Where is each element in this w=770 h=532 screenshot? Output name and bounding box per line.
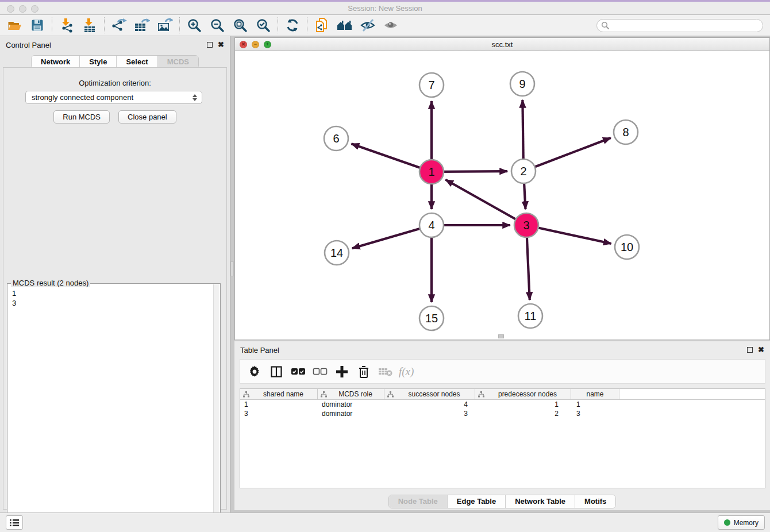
- column-label: predecessor nodes: [484, 390, 571, 398]
- houses-icon: [336, 18, 353, 32]
- mcds-result-box: MCDS result (2 nodes) 1 3: [7, 283, 221, 532]
- table-header-row: shared nameMCDS rolesuccessor nodesprede…: [240, 389, 765, 400]
- show-all-button[interactable]: [379, 17, 402, 34]
- criterion-dropdown[interactable]: strongly connected component: [25, 91, 202, 104]
- svg-text:11: 11: [525, 310, 537, 322]
- columns-icon: [270, 365, 283, 379]
- run-mcds-button[interactable]: Run MCDS: [53, 110, 110, 124]
- close-table-panel-icon[interactable]: ✖: [758, 347, 764, 353]
- graph-node-8[interactable]: 8: [614, 120, 638, 144]
- network-window-titlebar[interactable]: ✕ − + scc.txt: [235, 38, 769, 51]
- column-header-predecessor-nodes[interactable]: predecessor nodes: [475, 389, 571, 399]
- graph-node-3[interactable]: 3: [514, 213, 538, 237]
- result-scrollbar[interactable]: [213, 284, 220, 532]
- hide-selection-button[interactable]: [356, 17, 379, 34]
- zoom-out-button[interactable]: [206, 17, 229, 34]
- graph-node-7[interactable]: 7: [419, 73, 444, 97]
- table-toolbar: f(x): [240, 359, 765, 384]
- column-header-shared-name[interactable]: shared name: [240, 389, 318, 399]
- show-columns-button[interactable]: [267, 362, 286, 381]
- table-tab-edge-table[interactable]: Edge Table: [448, 495, 506, 508]
- graph-node-9[interactable]: 9: [510, 72, 534, 96]
- first-neighbors-button[interactable]: [333, 17, 356, 34]
- zoom-in-button[interactable]: [183, 17, 206, 34]
- import-table-button[interactable]: [78, 17, 101, 34]
- eye-slash-icon: [360, 18, 376, 33]
- node-table[interactable]: shared nameMCDS rolesuccessor nodesprede…: [240, 388, 765, 488]
- main-titlebar: Session: New Session: [0, 0, 770, 15]
- float-panel-icon[interactable]: [207, 42, 213, 48]
- delete-column-button[interactable]: [354, 362, 374, 381]
- memory-button[interactable]: Memory: [718, 515, 765, 530]
- add-column-button[interactable]: [332, 362, 352, 381]
- zoom-selected-button[interactable]: [252, 17, 275, 34]
- column-label: MCDS role: [327, 390, 384, 398]
- new-network-from-selection-button[interactable]: [310, 17, 333, 34]
- table-tab-motifs[interactable]: Motifs: [575, 495, 615, 508]
- table-row[interactable]: 3dominator323: [240, 409, 765, 418]
- svg-text:7: 7: [428, 79, 434, 91]
- select-all-columns-button[interactable]: [288, 362, 308, 381]
- tab-network[interactable]: Network: [32, 56, 80, 68]
- table-options-button[interactable]: [245, 362, 264, 381]
- plus-icon: [336, 365, 348, 378]
- column-label: successor nodes: [394, 390, 475, 398]
- import-network-icon: [59, 18, 74, 33]
- network-canvas[interactable]: 7968124314101511: [235, 52, 769, 340]
- table-tab-network-table[interactable]: Network Table: [506, 495, 575, 508]
- table-cell: dominator: [318, 400, 384, 408]
- graph-node-10[interactable]: 10: [615, 235, 639, 259]
- column-header-mcds-role[interactable]: MCDS role: [318, 389, 384, 399]
- eye-icon: [383, 18, 399, 32]
- graph-node-11[interactable]: 11: [518, 304, 542, 328]
- table-row[interactable]: 1dominator411: [240, 400, 765, 409]
- status-bar: Memory: [0, 512, 770, 532]
- edge-3-1[interactable]: [445, 180, 526, 225]
- deselect-all-columns-button[interactable]: [310, 362, 330, 381]
- tab-select[interactable]: Select: [117, 56, 157, 68]
- tab-style[interactable]: Style: [80, 56, 117, 68]
- table-cell: 4: [384, 400, 475, 408]
- export-network-button[interactable]: [107, 17, 130, 34]
- column-header-successor-nodes[interactable]: successor nodes: [384, 389, 475, 399]
- graph-node-4[interactable]: 4: [419, 213, 444, 237]
- table-tabs: Node TableEdge TableNetwork TableMotifs: [234, 495, 770, 508]
- column-header-name[interactable]: name: [571, 389, 619, 399]
- zoom-fit-button[interactable]: [229, 17, 252, 34]
- graph-node-1[interactable]: 1: [419, 160, 444, 184]
- svg-text:9: 9: [519, 78, 525, 90]
- graph-node-15[interactable]: 15: [419, 306, 444, 330]
- memory-label: Memory: [734, 519, 759, 527]
- graph-node-6[interactable]: 6: [324, 126, 348, 151]
- table-tab-node-table[interactable]: Node Table: [389, 495, 448, 508]
- main-toolbar: [0, 15, 770, 36]
- refresh-view-button[interactable]: [281, 17, 304, 34]
- open-session-button[interactable]: [3, 17, 26, 34]
- close-panel-button[interactable]: Close panel: [118, 110, 176, 124]
- svg-text:6: 6: [333, 132, 339, 145]
- search-input[interactable]: [596, 19, 763, 32]
- save-session-button[interactable]: [26, 17, 49, 34]
- import-network-button[interactable]: [55, 17, 78, 34]
- close-panel-icon[interactable]: ✖: [218, 42, 224, 48]
- canvas-splitter-handle[interactable]: [498, 334, 504, 338]
- graph-node-2[interactable]: 2: [511, 159, 536, 183]
- export-table-button[interactable]: [130, 17, 153, 34]
- edge-3-10[interactable]: [526, 225, 611, 244]
- mcds-result-values: 1 3: [7, 285, 213, 532]
- table-panel: Table Panel ✖: [234, 341, 770, 510]
- svg-text:2: 2: [520, 165, 526, 178]
- column-label: name: [571, 390, 619, 398]
- panel-splitter-handle[interactable]: [230, 261, 234, 276]
- graph-node-14[interactable]: 14: [325, 241, 349, 265]
- tab-mcds[interactable]: MCDS: [158, 56, 198, 68]
- toolbar-separator: [307, 17, 307, 33]
- export-image-button[interactable]: [153, 17, 176, 34]
- zoom-fit-icon: [233, 18, 248, 33]
- save-floppy-icon: [30, 18, 44, 32]
- float-table-panel-icon[interactable]: [747, 347, 753, 353]
- svg-text:4: 4: [428, 219, 434, 232]
- edge-2-8[interactable]: [523, 138, 611, 171]
- task-history-button[interactable]: [6, 515, 23, 530]
- new-network-from-selection-icon: [314, 17, 330, 33]
